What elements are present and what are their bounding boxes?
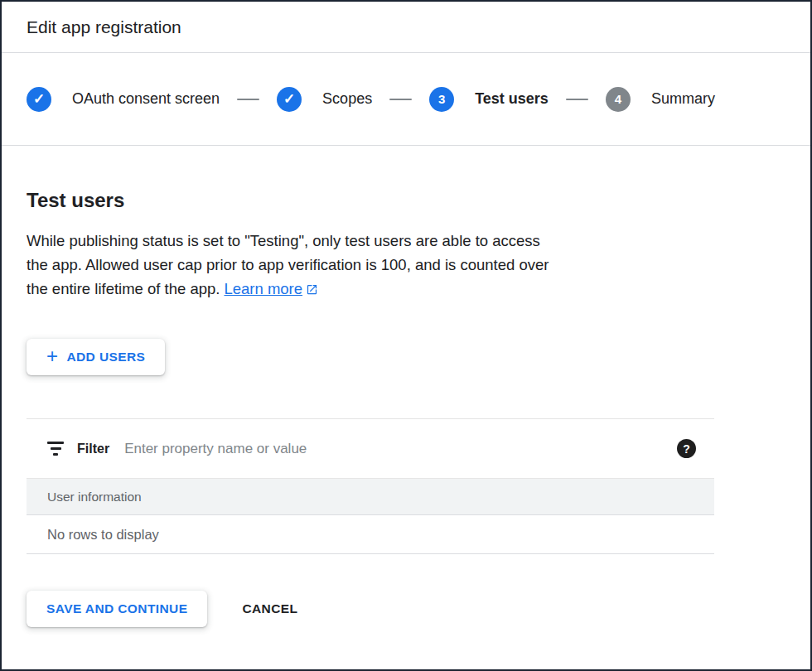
edit-app-registration-page: Edit app registration ✓ OAuth consent sc… — [0, 0, 812, 671]
filter-input[interactable] — [124, 441, 677, 457]
step-label: Summary — [651, 90, 715, 108]
add-users-button[interactable]: + ADD USERS — [27, 339, 165, 375]
page-header: Edit app registration — [2, 2, 810, 53]
step-label: Scopes — [322, 90, 372, 108]
external-link-icon — [306, 283, 318, 296]
plus-icon: + — [46, 346, 58, 366]
cancel-label: CANCEL — [242, 601, 297, 615]
save-and-continue-label: SAVE AND CONTINUE — [46, 601, 187, 616]
test-users-table: Filter ? User information No rows to dis… — [27, 418, 714, 554]
filter-icon[interactable] — [47, 442, 64, 456]
save-and-continue-button[interactable]: SAVE AND CONTINUE — [27, 591, 207, 627]
step-complete-icon: ✓ — [277, 87, 302, 112]
wizard-stepper: ✓ OAuth consent screen ✓ Scopes 3 Test u… — [2, 53, 810, 146]
step-summary[interactable]: 4 Summary — [606, 87, 715, 112]
filter-bar: Filter ? — [27, 419, 714, 478]
learn-more-label: Learn more — [224, 280, 302, 297]
step-test-users[interactable]: 3 Test users — [429, 87, 549, 112]
column-header-user-information: User information — [47, 490, 142, 504]
check-icon: ✓ — [283, 92, 295, 106]
table-header-row: User information — [27, 478, 714, 515]
filter-label: Filter — [77, 442, 109, 456]
check-icon: ✓ — [33, 92, 45, 106]
step-separator — [237, 99, 259, 100]
description-text: While publishing status is set to "Testi… — [27, 229, 785, 301]
step-number: 3 — [438, 93, 445, 105]
description-line: While publishing status is set to "Testi… — [27, 232, 540, 249]
table-empty-row: No rows to display — [27, 515, 714, 554]
footer-actions: SAVE AND CONTINUE CANCEL — [27, 591, 785, 627]
help-icon[interactable]: ? — [677, 439, 696, 458]
step-number: 4 — [615, 93, 621, 105]
section-heading: Test users — [27, 189, 785, 212]
step-separator — [566, 99, 588, 100]
help-glyph: ? — [683, 442, 690, 456]
main-content: Test users While publishing status is se… — [2, 189, 810, 627]
page-title: Edit app registration — [27, 17, 181, 37]
step-label: Test users — [475, 90, 549, 108]
description-line: the entire lifetime of the app. — [27, 280, 220, 297]
cancel-button[interactable]: CANCEL — [242, 601, 297, 616]
step-label: OAuth consent screen — [72, 90, 220, 108]
step-separator — [389, 99, 412, 100]
add-users-label: ADD USERS — [66, 350, 145, 364]
description-line: the app. Allowed user cap prior to app v… — [27, 256, 549, 273]
step-number-badge: 4 — [606, 87, 631, 112]
step-oauth-consent-screen[interactable]: ✓ OAuth consent screen — [27, 87, 220, 112]
step-number-badge: 3 — [429, 87, 454, 112]
learn-more-link[interactable]: Learn more — [224, 280, 318, 297]
step-complete-icon: ✓ — [27, 87, 51, 112]
step-scopes[interactable]: ✓ Scopes — [277, 87, 372, 112]
empty-message: No rows to display — [47, 527, 159, 543]
